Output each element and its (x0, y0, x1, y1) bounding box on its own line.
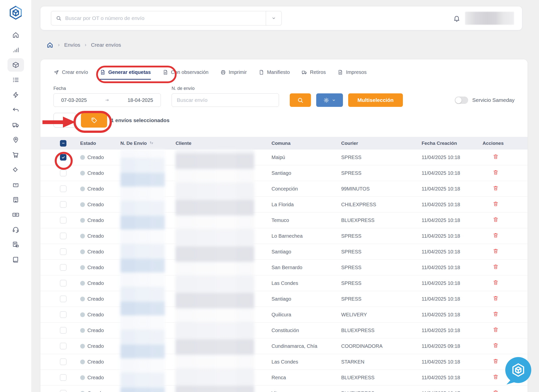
row-checkbox[interactable] (60, 296, 66, 302)
column-header[interactable]: Fecha Creación (422, 141, 483, 146)
tab-con-observaci-n[interactable]: Con observación (163, 69, 209, 80)
column-header[interactable]: Estado (80, 141, 120, 146)
delete-row-button[interactable] (493, 264, 499, 270)
column-header[interactable]: Acciones (483, 141, 528, 146)
delete-row-button[interactable] (493, 358, 499, 364)
delete-row-button[interactable] (493, 342, 499, 349)
chat-support-widget[interactable] (503, 356, 533, 386)
sidebar-item-package[interactable] (7, 58, 24, 72)
row-checkbox[interactable] (60, 311, 66, 318)
row-checkbox[interactable] (60, 280, 66, 286)
sidebar-item-ticket[interactable] (7, 162, 24, 177)
delete-row-button[interactable] (493, 201, 499, 207)
delete-row-button[interactable] (493, 185, 499, 191)
status-dot (80, 297, 85, 301)
row-checkbox[interactable] (60, 264, 66, 271)
row-checkbox[interactable] (60, 248, 66, 255)
file-icon (259, 69, 264, 75)
comuna-cell: Renca (271, 375, 341, 381)
row-checkbox[interactable] (60, 170, 66, 176)
sidebar-item-bar-chart[interactable] (7, 42, 24, 57)
breadcrumb-item[interactable]: Crear envíos (91, 42, 121, 48)
trash-icon (493, 342, 499, 349)
row-checkbox[interactable] (60, 359, 66, 365)
column-header[interactable]: Comuna (271, 141, 341, 146)
notifications-button[interactable] (453, 14, 461, 22)
column-header[interactable]: Courier (341, 141, 422, 146)
delete-row-button[interactable] (493, 295, 499, 301)
sidebar-item-tray[interactable] (7, 177, 24, 192)
select-all-checkbox[interactable] (60, 140, 66, 147)
multiseleccion-button[interactable]: Multiselección (348, 93, 403, 107)
row-checkbox[interactable] (60, 186, 66, 192)
sort-icon[interactable] (149, 141, 154, 146)
courier-cell: COORDINADORA (341, 343, 422, 349)
row-checkbox[interactable] (60, 327, 66, 334)
delete-row-button[interactable] (493, 390, 499, 392)
envio-search-input[interactable] (172, 93, 279, 107)
sidebar-item-truck[interactable] (7, 117, 24, 132)
tab-imprimir[interactable]: Imprimir (220, 69, 247, 80)
search-button[interactable] (290, 93, 311, 107)
sidebar (0, 0, 31, 392)
delete-row-button[interactable] (493, 311, 499, 317)
sidebar-item-headset[interactable] (7, 222, 24, 237)
row-checkbox[interactable] (60, 343, 66, 349)
fecha-cell: 11/04/2025 10:18 (422, 155, 483, 160)
chevron-right-icon (84, 43, 87, 47)
sidebar-item-home[interactable] (7, 27, 24, 42)
row-checkbox[interactable] (60, 217, 66, 223)
row-checkbox[interactable] (60, 154, 66, 161)
tab-impresos[interactable]: Impresos (337, 69, 366, 80)
app-window: Envíos Crear envíos Crear envíoGenerar e… (0, 0, 539, 392)
sidebar-item-cart[interactable] (7, 147, 24, 162)
delete-row-button[interactable] (493, 248, 499, 254)
sidebar-item-list[interactable] (7, 72, 24, 87)
status-dot (80, 360, 85, 364)
minus-icon (61, 141, 65, 145)
tab-retiros[interactable]: Retiros (301, 69, 326, 80)
delete-row-button[interactable] (493, 169, 499, 176)
trash-icon (493, 374, 499, 380)
row-checkbox[interactable] (60, 233, 66, 239)
row-checkbox[interactable] (60, 201, 66, 208)
sidebar-item-return-arrow[interactable] (7, 102, 24, 117)
date-range-input[interactable]: 07-03-2025 18-04-2025 (53, 93, 161, 107)
breadcrumb-item[interactable]: Envíos (64, 42, 80, 48)
sidebar-item-lightning[interactable] (7, 87, 24, 102)
delete-row-button[interactable] (493, 327, 499, 333)
status-label: Creado (87, 170, 104, 176)
delete-row-button[interactable] (493, 154, 499, 160)
search-type-dropdown[interactable] (266, 11, 281, 25)
settings-dropdown-button[interactable] (316, 93, 343, 107)
status-label: Creado (87, 375, 104, 381)
generate-labels-tag-button[interactable] (81, 113, 107, 128)
trash-icon (493, 185, 499, 191)
sidebar-item-map-pin[interactable] (7, 132, 24, 147)
status-cell: Creado (80, 359, 120, 365)
column-header[interactable]: N. De Envío (120, 141, 147, 146)
row-checkbox[interactable] (60, 390, 66, 392)
delete-row-button[interactable] (493, 216, 499, 223)
tab-generar-etiquetas[interactable]: Generar etiquetas (100, 69, 151, 80)
delete-row-button[interactable] (493, 232, 499, 238)
comuna-cell: Temuco (271, 217, 341, 223)
delete-row-button[interactable] (493, 374, 499, 380)
arrow-right-icon (105, 98, 110, 103)
column-header[interactable]: Cliente (176, 141, 271, 146)
sidebar-item-building[interactable] (7, 192, 24, 207)
breadcrumb-home-icon[interactable] (46, 41, 53, 48)
sameday-toggle[interactable] (455, 97, 468, 104)
app-logo[interactable] (8, 5, 23, 20)
tab-manifiesto[interactable]: Manifiesto (259, 69, 290, 80)
delete-row-button[interactable] (493, 279, 499, 286)
tab-crear-env-o[interactable]: Crear envío (53, 69, 88, 80)
user-profile-blurred[interactable] (465, 12, 514, 25)
row-checkbox[interactable] (60, 374, 66, 381)
search-input[interactable] (62, 15, 266, 21)
sidebar-item-book[interactable] (7, 252, 24, 267)
secondary-action-button[interactable] (53, 113, 76, 128)
sidebar-item-report[interactable] (7, 237, 24, 252)
status-dot (80, 391, 85, 392)
sidebar-item-money[interactable] (7, 207, 24, 222)
